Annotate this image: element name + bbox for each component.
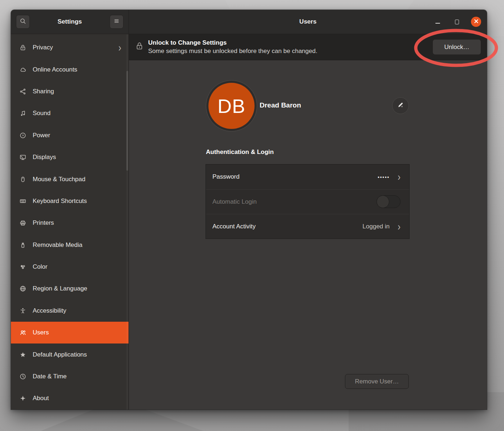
- window-controls: [432, 10, 481, 34]
- sidebar-item-label: Color: [33, 263, 121, 271]
- accessibility-icon: [19, 307, 27, 315]
- sidebar-scrollbar-thumb[interactable]: [126, 71, 128, 171]
- row-label: Account Activity: [212, 223, 362, 230]
- sidebar-item-label: Sound: [33, 110, 121, 117]
- pencil-icon: [397, 101, 405, 111]
- sparkle-icon: [19, 394, 27, 402]
- user-full-name: Dread Baron: [260, 101, 301, 109]
- sidebar-item-label: Default Applications: [33, 351, 121, 358]
- sidebar-item-sound[interactable]: Sound: [11, 102, 129, 124]
- keyboard-icon: [19, 197, 27, 205]
- remove-user-button[interactable]: Remove User…: [345, 374, 409, 389]
- sidebar-item-privacy[interactable]: Privacy ›: [11, 37, 129, 58]
- automatic-login-toggle[interactable]: [377, 195, 401, 208]
- color-circles-icon: [19, 263, 27, 271]
- mouse-icon: [19, 175, 27, 183]
- sidebar-item-color[interactable]: Color: [11, 256, 129, 278]
- password-dots: •••••: [378, 174, 390, 180]
- sidebar-item-label: Online Accounts: [33, 66, 121, 73]
- app-title: Settings: [57, 18, 82, 25]
- sidebar-item-label: Keyboard Shortcuts: [33, 198, 121, 205]
- sidebar-item-label: Accessibility: [33, 307, 121, 314]
- sidebar-item-label: Region & Language: [33, 285, 121, 292]
- automatic-login-row: Automatic Login: [206, 189, 409, 214]
- power-icon: [19, 131, 27, 139]
- search-icon: [19, 17, 27, 27]
- sidebar-item-online-accounts[interactable]: Online Accounts: [11, 58, 129, 80]
- sidebar-header: Settings: [11, 10, 129, 34]
- password-row[interactable]: Password ••••• ›: [206, 164, 409, 189]
- auth-section-heading: Authentication & Login: [206, 149, 274, 156]
- cloud-icon: [19, 66, 27, 74]
- infobar-title: Unlock to Change Settings: [148, 39, 428, 47]
- minimize-button[interactable]: [432, 17, 443, 27]
- sidebar-item-label: Removable Media: [33, 241, 121, 249]
- sidebar: Settings Privacy › Online Accounts: [11, 10, 129, 410]
- settings-window: Settings Privacy › Online Accounts: [11, 10, 487, 410]
- auth-login-list: Password ••••• › Automatic Login Account…: [206, 164, 410, 239]
- chevron-right-icon: ›: [398, 221, 401, 232]
- row-label: Password: [212, 173, 378, 180]
- sidebar-item-keyboard-shortcuts[interactable]: Keyboard Shortcuts: [11, 190, 129, 212]
- sidebar-item-label: Date & Time: [33, 373, 121, 380]
- usb-drive-icon: [19, 241, 27, 249]
- sidebar-item-default-applications[interactable]: Default Applications: [11, 343, 129, 365]
- sidebar-item-label: Displays: [33, 154, 121, 161]
- sidebar-scrollbar[interactable]: [126, 34, 128, 410]
- close-icon: [474, 18, 479, 25]
- lock-icon: [135, 41, 143, 53]
- search-button[interactable]: [16, 15, 30, 29]
- sidebar-item-mouse-touchpad[interactable]: Mouse & Touchpad: [11, 168, 129, 190]
- chevron-right-icon: ›: [398, 171, 401, 182]
- sidebar-item-label: Privacy: [33, 44, 118, 51]
- unlock-button[interactable]: Unlock…: [432, 39, 481, 55]
- lock-icon: [19, 44, 27, 52]
- unlock-infobar: Unlock to Change Settings Some settings …: [129, 34, 487, 60]
- minimize-icon: [435, 23, 440, 24]
- sidebar-item-date-time[interactable]: Date & Time: [11, 366, 129, 387]
- sidebar-item-about[interactable]: About: [11, 387, 129, 409]
- sidebar-item-label: Sharing: [33, 88, 121, 95]
- sidebar-item-label: Printers: [33, 219, 121, 227]
- printer-icon: [19, 219, 27, 227]
- edit-name-button[interactable]: [392, 97, 409, 114]
- sidebar-item-users[interactable]: Users: [11, 322, 129, 343]
- sidebar-item-accessibility[interactable]: Accessibility: [11, 300, 129, 322]
- close-button[interactable]: [471, 17, 481, 27]
- share-icon: [19, 88, 27, 95]
- row-label: Automatic Login: [212, 198, 377, 206]
- globe-icon: [19, 285, 27, 293]
- sidebar-item-removable-media[interactable]: Removable Media: [11, 234, 129, 256]
- sidebar-nav: Privacy › Online Accounts Sharing So: [11, 34, 129, 410]
- chevron-right-icon: ›: [118, 42, 121, 53]
- avatar-initials: DB: [208, 83, 255, 129]
- account-activity-value: Logged in: [362, 223, 390, 230]
- music-note-icon: [19, 109, 27, 117]
- sidebar-item-label: Mouse & Touchpad: [33, 176, 121, 183]
- maximize-button[interactable]: [452, 17, 462, 27]
- sidebar-item-sharing[interactable]: Sharing: [11, 81, 129, 102]
- sidebar-item-power[interactable]: Power: [11, 125, 129, 146]
- hamburger-menu-icon: [113, 17, 120, 27]
- infobar-text: Unlock to Change Settings Some settings …: [148, 39, 428, 55]
- sidebar-item-region-language[interactable]: Region & Language: [11, 278, 129, 300]
- users-content: DB Dread Baron Authentication & Login Pa…: [129, 60, 487, 410]
- toggle-knob: [377, 195, 389, 208]
- main-panel: Users Unlock to Change Settings Some set…: [129, 10, 487, 410]
- clock-icon: [19, 373, 27, 381]
- sidebar-item-label: About: [33, 395, 121, 402]
- account-activity-row[interactable]: Account Activity Logged in ›: [206, 214, 409, 239]
- infobar-subtitle: Some settings must be unlocked before th…: [148, 47, 428, 55]
- user-avatar[interactable]: DB: [206, 80, 257, 131]
- maximize-icon: [455, 20, 459, 24]
- users-icon: [19, 329, 27, 337]
- sidebar-item-printers[interactable]: Printers: [11, 212, 129, 234]
- display-icon: [19, 153, 27, 161]
- sidebar-item-label: Power: [33, 132, 121, 139]
- primary-menu-button[interactable]: [110, 15, 123, 29]
- sidebar-item-displays[interactable]: Displays: [11, 146, 129, 168]
- sidebar-item-label: Users: [33, 329, 121, 336]
- star-icon: [19, 351, 27, 359]
- headerbar: Users: [129, 10, 487, 34]
